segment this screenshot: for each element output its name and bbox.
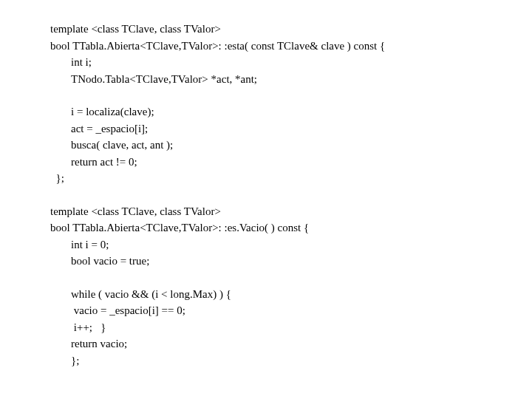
- code-line: int i = 0;: [50, 236, 532, 253]
- code-line: act = _espacio[i];: [50, 120, 532, 137]
- code-line: int i;: [50, 54, 532, 71]
- code-line: i = localiza(clave);: [50, 103, 532, 120]
- code-block: template <class TClave, class TValor> bo…: [0, 0, 532, 369]
- code-line: while ( vacio && (i < long.Max) ) {: [50, 286, 532, 303]
- code-line: };: [50, 170, 532, 187]
- code-line: bool vacio = true;: [50, 253, 532, 270]
- blank-line: [50, 187, 532, 203]
- code-line: return vacio;: [50, 335, 532, 352]
- code-line: vacio = _espacio[i] == 0;: [50, 302, 532, 319]
- code-line: };: [50, 352, 532, 369]
- code-line: busca( clave, act, ant );: [50, 137, 532, 154]
- code-line: bool TTabla.Abierta<TClave,TValor>: :est…: [50, 38, 532, 55]
- code-line: TNodo.Tabla<TClave,TValor> *act, *ant;: [50, 71, 532, 88]
- code-line: template <class TClave, class TValor>: [50, 21, 532, 38]
- code-line: template <class TClave, class TValor>: [50, 203, 532, 220]
- code-line: return act != 0;: [50, 154, 532, 171]
- blank-line: [50, 270, 532, 286]
- code-line: i++; }: [50, 319, 532, 336]
- blank-line: [50, 87, 532, 103]
- code-line: bool TTabla.Abierta<TClave,TValor>: :es.…: [50, 219, 532, 236]
